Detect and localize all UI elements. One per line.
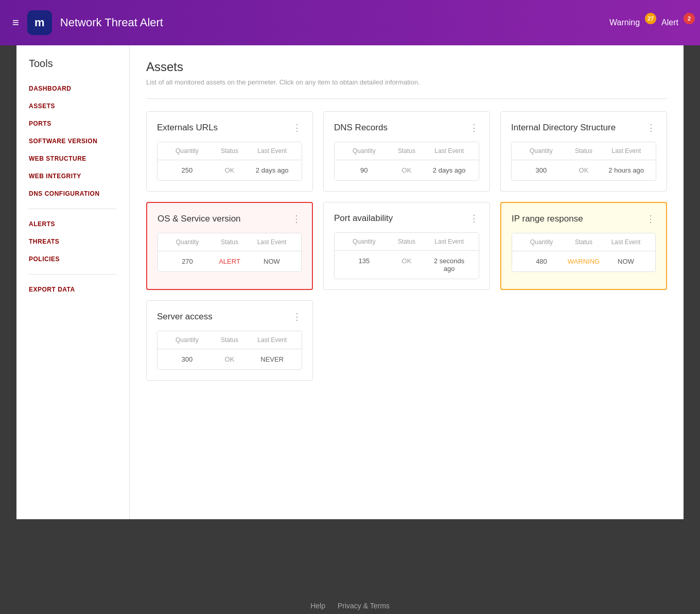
sidebar-item-ports[interactable]: PORTS — [16, 115, 129, 132]
sidebar-item-assets[interactable]: ASSETS — [16, 97, 129, 115]
col-status: Status — [386, 238, 428, 245]
card-header-server-access: Server access ⋮ — [157, 311, 302, 322]
col-last-event: Last Event — [251, 336, 293, 344]
card-menu-dns-records[interactable]: ⋮ — [469, 122, 479, 133]
sidebar-divider-2 — [29, 274, 117, 275]
col-quantity: Quantity — [520, 238, 563, 246]
sidebar-item-policies[interactable]: POLICIES — [16, 250, 129, 268]
card-title-os-service: OS & Service version — [157, 214, 241, 224]
card-header-os-service: OS & Service version ⋮ — [157, 213, 302, 225]
warning-badge-item[interactable]: Warning 27 — [609, 18, 649, 27]
card-row-port-availability: 135 OK 2 seconds ago — [335, 251, 479, 279]
status-value: OK — [563, 166, 605, 174]
header-left: ≡ m Network Threat Alert — [12, 10, 609, 35]
col-last-event: Last Event — [605, 147, 647, 155]
sidebar-item-dns-configuration[interactable]: DNS CONFIGURATION — [16, 185, 129, 202]
card-ip-range[interactable]: IP range response ⋮ Quantity Status Last… — [500, 202, 667, 290]
last-event-value: NOW — [605, 258, 647, 265]
card-server-access[interactable]: Server access ⋮ Quantity Status Last Eve… — [146, 300, 313, 381]
card-header-ip-range: IP range response ⋮ — [512, 213, 656, 225]
quantity-value: 300 — [166, 355, 208, 363]
col-status: Status — [208, 238, 251, 246]
card-dns-records[interactable]: DNS Records ⋮ Quantity Status Last Event… — [323, 111, 490, 192]
footer-help-link[interactable]: Help — [310, 602, 325, 610]
card-menu-externals-urls[interactable]: ⋮ — [292, 122, 302, 133]
sidebar-item-dashboard[interactable]: DASHBOARD — [16, 80, 129, 97]
col-quantity: Quantity — [343, 147, 386, 155]
alert-badge-item[interactable]: Alert 2 — [661, 18, 688, 27]
page-title: Assets — [146, 60, 667, 74]
card-os-service[interactable]: OS & Service version ⋮ Quantity Status L… — [146, 202, 313, 290]
card-table-header: Quantity Status Last Event — [158, 233, 301, 251]
card-row-externals-urls: 250 OK 2 days ago — [157, 160, 302, 180]
hamburger-icon[interactable]: ≡ — [12, 16, 19, 29]
col-last-event: Last Event — [605, 238, 647, 246]
quantity-value: 250 — [166, 166, 208, 174]
sidebar-item-web-structure[interactable]: WEB STRUCTURE — [16, 150, 129, 167]
sidebar-item-web-integrity[interactable]: WEB INTEGRITY — [16, 167, 129, 185]
status-value: ALERT — [208, 258, 251, 265]
card-menu-server-access[interactable]: ⋮ — [292, 311, 302, 322]
col-quantity: Quantity — [166, 238, 208, 246]
card-table-header: Quantity Status Last Event — [512, 233, 655, 251]
tools-title: Tools — [16, 58, 129, 80]
footer-privacy-link[interactable]: Privacy & Terms — [338, 602, 390, 610]
card-menu-port-availability[interactable]: ⋮ — [469, 213, 479, 224]
col-status: Status — [208, 147, 251, 155]
card-header-externals-urls: Externals URLs ⋮ — [157, 122, 302, 133]
card-row-server-access: 300 OK NEVER — [157, 349, 302, 369]
card-table-externals-urls: Quantity Status Last Event 250 OK 2 days… — [157, 142, 302, 181]
status-value: OK — [208, 355, 251, 363]
col-quantity: Quantity — [166, 147, 208, 155]
card-header-internal-directory: Internal Directory Structure ⋮ — [511, 122, 656, 133]
card-menu-os-service[interactable]: ⋮ — [292, 213, 302, 225]
sidebar-item-software-version[interactable]: SOFTWARE VERSION — [16, 132, 129, 150]
header-right: Warning 27 Alert 2 — [609, 18, 688, 27]
col-quantity: Quantity — [520, 147, 563, 155]
last-event-value: NOW — [251, 258, 293, 265]
card-header-port-availability: Port availability ⋮ — [334, 213, 479, 224]
col-status: Status — [563, 238, 605, 246]
page-subtitle: List of all monitored assets on the peri… — [146, 78, 667, 86]
card-table-port-availability: Quantity Status Last Event 135 OK 2 seco… — [334, 232, 479, 279]
content-area: Assets List of all monitored assets on t… — [130, 45, 684, 519]
col-status: Status — [386, 147, 428, 155]
card-row-dns-records: 90 OK 2 days ago — [335, 160, 479, 180]
last-event-value: 2 days ago — [251, 166, 293, 174]
col-status: Status — [208, 336, 251, 344]
cards-grid: Externals URLs ⋮ Quantity Status Last Ev… — [146, 111, 667, 381]
content-divider — [146, 98, 667, 99]
last-event-value: 2 hours ago — [605, 166, 647, 174]
alert-count-badge: 2 — [684, 13, 695, 24]
warning-count-badge: 27 — [645, 13, 656, 24]
sidebar-nav-secondary: ALERTS THREATS POLICIES — [16, 215, 129, 268]
status-value: WARNING — [563, 258, 605, 265]
card-menu-ip-range[interactable]: ⋮ — [646, 213, 656, 225]
sidebar-item-threats[interactable]: THREATS — [16, 233, 129, 250]
sidebar-item-alerts[interactable]: ALERTS — [16, 215, 129, 233]
main-container: Tools DASHBOARD ASSETS PORTS SOFTWARE VE… — [16, 45, 684, 519]
quantity-value: 135 — [343, 257, 386, 272]
status-value: OK — [386, 257, 428, 272]
card-externals-urls[interactable]: Externals URLs ⋮ Quantity Status Last Ev… — [146, 111, 313, 192]
status-value: OK — [208, 166, 251, 174]
card-row-internal-directory: 300 OK 2 hours ago — [512, 160, 656, 180]
card-menu-internal-directory[interactable]: ⋮ — [646, 122, 656, 133]
app-title: Network Threat Alert — [60, 16, 163, 29]
app-logo: m — [27, 10, 52, 35]
status-value: OK — [386, 166, 428, 174]
card-row-ip-range: 480 WARNING NOW — [512, 251, 655, 271]
card-table-os-service: Quantity Status Last Event 270 ALERT NOW — [157, 233, 302, 272]
card-internal-directory[interactable]: Internal Directory Structure ⋮ Quantity … — [500, 111, 667, 192]
alert-label: Alert — [661, 18, 678, 27]
last-event-value: 2 days ago — [428, 166, 470, 174]
sidebar: Tools DASHBOARD ASSETS PORTS SOFTWARE VE… — [16, 45, 130, 519]
sidebar-divider-1 — [29, 209, 117, 209]
sidebar-nav-export: EXPORT DATA — [16, 281, 129, 298]
card-table-header: Quantity Status Last Event — [157, 142, 302, 160]
card-port-availability[interactable]: Port availability ⋮ Quantity Status Last… — [323, 202, 490, 290]
quantity-value: 270 — [166, 258, 208, 265]
quantity-value: 480 — [520, 258, 563, 265]
card-table-internal-directory: Quantity Status Last Event 300 OK 2 hour… — [511, 142, 656, 181]
sidebar-item-export-data[interactable]: EXPORT DATA — [16, 281, 129, 298]
